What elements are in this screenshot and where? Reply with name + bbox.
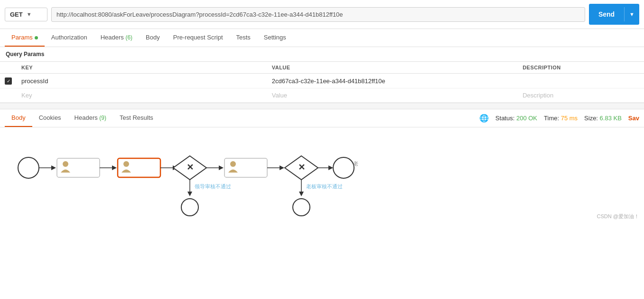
table-row: ✓ processId 2cd67ca3-c32e-11ee-a344-d41b… bbox=[0, 74, 644, 88]
row2-desc-placeholder[interactable]: Description bbox=[518, 88, 644, 103]
tab-response-body[interactable]: Body bbox=[5, 109, 32, 127]
globe-icon: 🌐 bbox=[479, 114, 489, 123]
row2-check bbox=[0, 88, 17, 103]
tab-tests[interactable]: Tests bbox=[230, 29, 257, 47]
task3-person-head bbox=[230, 161, 236, 167]
col-desc-header: DESCRIPTION bbox=[518, 62, 644, 74]
tab-settings-label: Settings bbox=[264, 34, 286, 41]
params-table: KEY VALUE DESCRIPTION ✓ processId 2cd67c… bbox=[0, 62, 644, 103]
cookies-label: Cookies bbox=[39, 114, 61, 121]
diagram-area: ✕ ✕ 老 领导审核不通过 老板审核不通过 bbox=[0, 127, 644, 222]
save-button[interactable]: Sav bbox=[628, 115, 639, 122]
col-check-header bbox=[0, 62, 17, 74]
table-row: Key Value Description bbox=[0, 88, 644, 103]
tab-headers-label: Headers bbox=[101, 34, 126, 41]
task2-box bbox=[118, 158, 160, 177]
send-label: Send bbox=[589, 7, 625, 21]
task3-box bbox=[224, 158, 267, 177]
response-headers-badge: (9) bbox=[99, 115, 106, 121]
tab-response-headers[interactable]: Headers (9) bbox=[68, 109, 113, 127]
arrow-down1-head bbox=[187, 192, 192, 196]
reject-label1: 领导审核不通过 bbox=[195, 183, 231, 189]
send-button[interactable]: Send ▼ bbox=[589, 4, 639, 25]
reject-label2: 老板审核不通过 bbox=[306, 183, 343, 189]
tab-settings[interactable]: Settings bbox=[257, 29, 293, 47]
response-body-label: Body bbox=[11, 114, 26, 121]
tab-cookies[interactable]: Cookies bbox=[32, 109, 68, 127]
size-label: Size: 6.83 KB bbox=[584, 115, 622, 122]
tab-pre-request-label: Pre-request Script bbox=[173, 34, 223, 41]
task1-person-head bbox=[63, 161, 68, 167]
watermark: CSDN @爱加油！ bbox=[597, 213, 639, 220]
top-bar: GET ▼ Send ▼ bbox=[0, 0, 644, 29]
arrow6-head bbox=[328, 165, 333, 170]
arrow2-head bbox=[112, 165, 117, 170]
row1-value[interactable]: 2cd67ca3-c32e-11ee-a344-d41b812ff10e bbox=[267, 74, 518, 88]
tab-tests-label: Tests bbox=[236, 34, 251, 41]
params-dot bbox=[35, 36, 38, 39]
tab-body[interactable]: Body bbox=[139, 29, 167, 47]
tab-authorization-label: Authorization bbox=[51, 34, 87, 41]
headers-badge: (6) bbox=[125, 34, 132, 41]
task2-person-head bbox=[123, 161, 129, 167]
gateway2-icon: ✕ bbox=[298, 163, 305, 172]
col-value-header: VALUE bbox=[267, 62, 518, 74]
tab-test-results[interactable]: Test Results bbox=[113, 109, 160, 127]
start-node bbox=[18, 157, 39, 178]
method-chevron: ▼ bbox=[27, 11, 32, 17]
task1-box bbox=[57, 158, 100, 177]
end-node1 bbox=[333, 157, 354, 178]
end-label1: 老 bbox=[353, 161, 358, 166]
arrow5-head bbox=[280, 165, 284, 170]
arrow1-head bbox=[51, 165, 56, 170]
request-tabs: Params Authorization Headers (6) Body Pr… bbox=[0, 29, 644, 47]
tab-params-label: Params bbox=[11, 34, 33, 41]
time-value: 75 ms bbox=[561, 115, 578, 122]
tab-authorization[interactable]: Authorization bbox=[45, 29, 94, 47]
col-key-header: KEY bbox=[17, 62, 267, 74]
status-label: Status: 200 OK bbox=[495, 115, 537, 122]
row1-description[interactable] bbox=[518, 74, 644, 88]
size-value: 6.83 KB bbox=[600, 115, 622, 122]
query-params-title: Query Params bbox=[0, 47, 644, 62]
time-label: Time: 75 ms bbox=[544, 115, 578, 122]
query-params-section: Query Params KEY VALUE DESCRIPTION ✓ pro… bbox=[0, 47, 644, 103]
process-diagram: ✕ ✕ 老 领导审核不通过 老板审核不通过 bbox=[9, 137, 399, 218]
tab-pre-request[interactable]: Pre-request Script bbox=[167, 29, 230, 47]
response-tabs-left: Body Cookies Headers (9) Test Results bbox=[5, 109, 160, 127]
gateway1-icon: ✕ bbox=[187, 163, 194, 172]
method-label: GET bbox=[10, 11, 23, 18]
test-results-label: Test Results bbox=[120, 114, 153, 121]
tab-body-label: Body bbox=[146, 34, 160, 41]
row1-key[interactable]: processId bbox=[17, 74, 267, 88]
tab-params[interactable]: Params bbox=[5, 29, 45, 47]
end-node2 bbox=[181, 199, 198, 216]
url-input[interactable] bbox=[51, 7, 585, 22]
response-headers-label: Headers bbox=[75, 114, 100, 121]
checkbox-checked-icon[interactable]: ✓ bbox=[5, 77, 12, 85]
arrow-down2-head bbox=[299, 192, 304, 196]
tab-headers[interactable]: Headers (6) bbox=[94, 29, 139, 47]
response-tabs: Body Cookies Headers (9) Test Results 🌐 … bbox=[0, 109, 644, 127]
method-select[interactable]: GET ▼ bbox=[5, 8, 47, 21]
response-meta: 🌐 Status: 200 OK Time: 75 ms Size: 6.83 … bbox=[479, 114, 639, 123]
row2-key-placeholder[interactable]: Key bbox=[17, 88, 267, 103]
status-value: 200 OK bbox=[516, 115, 537, 122]
send-dropdown-arrow[interactable]: ▼ bbox=[625, 8, 639, 20]
section-divider bbox=[0, 103, 644, 109]
row2-value-placeholder[interactable]: Value bbox=[267, 88, 518, 103]
row1-check[interactable]: ✓ bbox=[0, 74, 17, 88]
arrow4-head bbox=[219, 165, 224, 170]
end-node3 bbox=[293, 199, 310, 216]
